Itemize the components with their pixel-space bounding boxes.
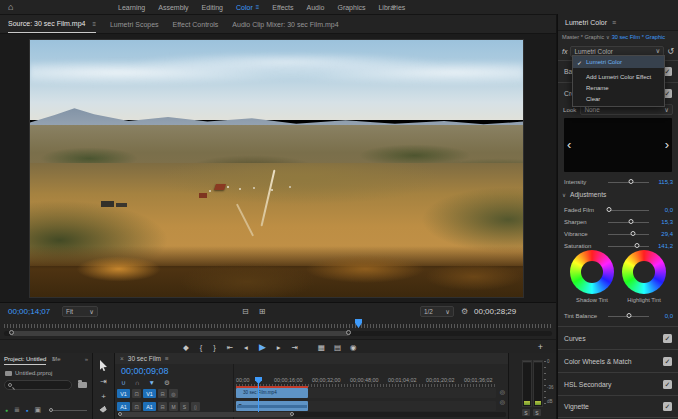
linked-selection-icon[interactable]: ∩ bbox=[135, 379, 140, 387]
project-search-box[interactable] bbox=[4, 380, 72, 390]
clip-name-label[interactable]: 30 sec Film * Graphic bbox=[612, 34, 665, 40]
monitor-time-ruler[interactable] bbox=[4, 320, 552, 328]
selection-tool-icon[interactable] bbox=[99, 360, 108, 371]
step-forward-button[interactable]: ▸ bbox=[277, 343, 281, 352]
scrollbar-right-handle[interactable] bbox=[290, 412, 294, 416]
slider-knob[interactable] bbox=[628, 219, 633, 224]
monitor-scrollbar[interactable] bbox=[4, 330, 552, 337]
slider-track[interactable] bbox=[608, 316, 649, 317]
track-target-a1[interactable]: A1 bbox=[143, 402, 156, 411]
look-preview-box[interactable]: ‹ › bbox=[564, 118, 672, 172]
slider-knob[interactable] bbox=[628, 179, 633, 184]
project-tab[interactable]: Project: Untitled bbox=[4, 353, 46, 365]
audio-track-knob-icon[interactable]: ◎ bbox=[500, 399, 505, 405]
track-output-eye-icon[interactable]: ◎ bbox=[169, 389, 178, 398]
panel-menu-icon[interactable]: ≡ bbox=[256, 4, 260, 10]
lumetri-section-header[interactable]: Color Wheels & Match ✓ bbox=[558, 349, 678, 372]
section-checkbox[interactable]: ✓ bbox=[663, 334, 672, 343]
slider-track[interactable] bbox=[608, 182, 649, 183]
panel-tab[interactable]: Audio Clip Mixer: 30 sec Film.mp4 ≡ bbox=[232, 15, 338, 33]
slider-value[interactable]: 141,2 bbox=[653, 243, 673, 249]
panel-menu-icon[interactable]: ≡ bbox=[165, 355, 169, 362]
home-icon[interactable]: ⌂ bbox=[8, 0, 13, 14]
clip-selector-row[interactable]: Master * Graphic∨30 sec Film * Graphic bbox=[562, 34, 665, 40]
slider-knob[interactable] bbox=[607, 207, 612, 212]
slider-track[interactable] bbox=[608, 246, 649, 247]
scrollbar-thumb[interactable] bbox=[10, 331, 350, 336]
workspace-tab[interactable]: Graphics ≡ bbox=[337, 4, 365, 11]
close-icon[interactable]: × bbox=[120, 355, 124, 362]
ripple-edit-tool-icon[interactable]: + bbox=[101, 392, 106, 401]
workspace-tab[interactable]: Learning ≡ bbox=[118, 4, 145, 11]
export-frame-button[interactable]: ◉ bbox=[350, 343, 357, 352]
reset-effect-icon[interactable]: ↺ bbox=[667, 47, 674, 56]
scrollbar-left-handle[interactable] bbox=[9, 330, 14, 335]
slider-value[interactable]: 0,0 bbox=[653, 207, 673, 213]
video-clip[interactable]: 30 sec Film.mp4 bbox=[236, 388, 308, 398]
lift-button[interactable]: ⊟ bbox=[242, 307, 249, 316]
voiceover-mic-icon[interactable]: ▯ bbox=[191, 402, 200, 411]
slider-track[interactable] bbox=[608, 222, 649, 223]
settings-wrench-icon[interactable]: ⚙ bbox=[461, 307, 468, 316]
slider-knob[interactable] bbox=[631, 231, 636, 236]
workspace-overflow-icon[interactable]: » bbox=[392, 0, 396, 14]
panel-menu-icon[interactable]: ≡ bbox=[52, 356, 56, 362]
panel-tab[interactable]: Lumetri Scopes ≡ bbox=[110, 15, 159, 33]
sync-lock-icon[interactable]: ⊟ bbox=[158, 389, 167, 398]
section-checkbox[interactable]: ✓ bbox=[663, 380, 672, 389]
razor-tool-icon[interactable] bbox=[99, 405, 108, 413]
menu-item[interactable]: ✓ Clear bbox=[573, 93, 664, 104]
track-target-v1[interactable]: V1 bbox=[143, 389, 156, 398]
panel-menu-icon[interactable]: ≡ bbox=[92, 21, 96, 27]
panel-menu-icon[interactable]: ≡ bbox=[612, 19, 616, 26]
slider-value[interactable]: 29,4 bbox=[653, 231, 673, 237]
sync-lock-icon[interactable]: ⊟ bbox=[158, 402, 167, 411]
workspace-tab[interactable]: Color ≡ bbox=[236, 4, 259, 11]
slider-value[interactable]: 115,3 bbox=[653, 179, 673, 185]
play-button[interactable]: ▶ bbox=[259, 342, 266, 352]
audio-clip[interactable] bbox=[236, 401, 308, 411]
slider-knob[interactable] bbox=[626, 313, 631, 318]
new-bin-folder-icon[interactable] bbox=[78, 382, 87, 388]
source-patch-v1[interactable]: V1 bbox=[117, 389, 130, 398]
scrollbar-right-handle[interactable] bbox=[346, 330, 351, 335]
insert-button[interactable]: ▦ bbox=[318, 343, 325, 352]
adjustments-header[interactable]: ∨ Adjustments bbox=[562, 191, 606, 198]
lumetri-section-header[interactable]: Curves ✓ bbox=[558, 326, 678, 349]
menu-item[interactable]: ✓ Rename bbox=[573, 82, 664, 93]
marker-icon[interactable]: ▼ bbox=[148, 379, 154, 387]
master-label[interactable]: Master * Graphic bbox=[562, 34, 604, 40]
track-lock-icon[interactable]: ⊡ bbox=[132, 389, 141, 398]
go-to-out-button[interactable]: ⇥ bbox=[292, 343, 298, 352]
timeline-settings-wrench-icon[interactable]: ⚙ bbox=[164, 379, 170, 387]
mute-button[interactable]: M bbox=[169, 402, 178, 411]
timeline-scrollbar-thumb[interactable] bbox=[119, 412, 293, 417]
mark-in-button[interactable]: { bbox=[200, 343, 203, 352]
go-to-in-button[interactable]: ⇤ bbox=[227, 343, 233, 352]
track-lock-icon[interactable]: ⊡ bbox=[132, 402, 141, 411]
workspace-tab[interactable]: Audio ≡ bbox=[307, 4, 325, 11]
slider-track[interactable] bbox=[608, 210, 649, 211]
lumetri-section-header[interactable]: Vignette ✓ bbox=[558, 395, 678, 418]
step-back-button[interactable]: ◂ bbox=[244, 343, 248, 352]
project-search-input[interactable] bbox=[15, 382, 68, 388]
snap-icon[interactable]: ∪ bbox=[121, 379, 126, 387]
overwrite-button[interactable]: ▤ bbox=[334, 343, 341, 352]
panel-tab[interactable]: Effect Controls ≡ bbox=[173, 15, 219, 33]
timeline-timecode[interactable]: 00;00;09;08 bbox=[121, 366, 169, 376]
solo-right-button[interactable]: S bbox=[533, 409, 541, 416]
previous-look-arrow-icon[interactable]: ‹ bbox=[567, 137, 571, 152]
timeline-tab-label[interactable]: 30 sec Film bbox=[128, 355, 161, 362]
add-marker-button[interactable]: ◆ bbox=[183, 343, 189, 352]
slider-value[interactable]: 15,3 bbox=[653, 219, 673, 225]
menu-item[interactable]: ✓ Lumetri Color bbox=[573, 56, 664, 68]
zoom-slider-knob[interactable] bbox=[49, 408, 53, 412]
zoom-level-select[interactable]: Fit ∨ bbox=[62, 306, 98, 317]
menu-item[interactable]: ✓ Add Lumetri Color Effect bbox=[573, 71, 664, 82]
project-item-row[interactable]: Untitled.prproj bbox=[5, 370, 52, 376]
scrollbar-left-handle[interactable] bbox=[118, 412, 122, 416]
video-preview[interactable] bbox=[30, 40, 523, 297]
track-select-forward-tool-icon[interactable]: ⇥ bbox=[100, 377, 107, 386]
panel-tab[interactable]: Source: 30 sec Film.mp4 ≡ bbox=[8, 15, 96, 33]
solo-left-button[interactable]: S bbox=[522, 409, 530, 416]
